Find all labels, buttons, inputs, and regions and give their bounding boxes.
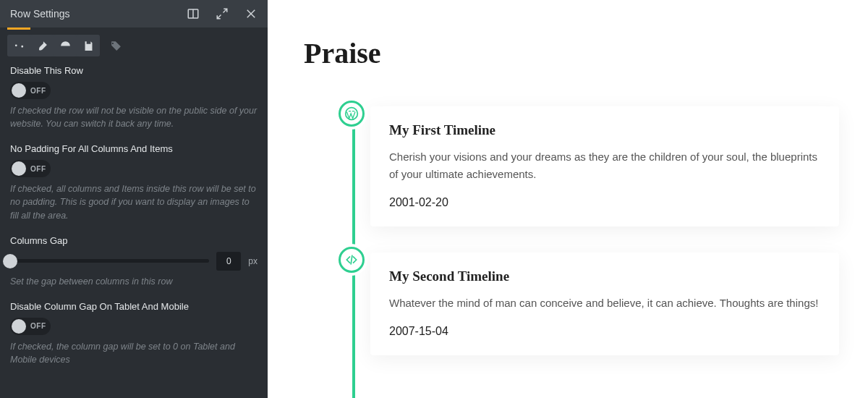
sliders-icon xyxy=(13,40,25,52)
tag-icon xyxy=(110,40,122,52)
code-icon xyxy=(344,253,359,267)
toggle-knob xyxy=(12,319,26,334)
setting-help: If checked, the column gap will be set t… xyxy=(10,340,258,366)
setting-label: Columns Gap xyxy=(10,235,258,246)
toggle-state: OFF xyxy=(30,322,46,330)
expand-icon[interactable] xyxy=(216,7,229,20)
save-tab[interactable] xyxy=(77,35,100,56)
columns-gap-unit: px xyxy=(248,256,258,266)
timeline-title: My First Timeline xyxy=(389,122,820,138)
timeline-date: 2001-02-20 xyxy=(389,196,820,209)
page-preview: Praise My First Timeline Cherish your vi… xyxy=(268,0,868,398)
timeline-desc: Cherish your visions and your dreams as … xyxy=(389,148,820,183)
row-settings-panel: Row Settings xyxy=(0,0,268,398)
toggle-knob xyxy=(12,161,26,176)
columns-layout-icon[interactable] xyxy=(187,7,200,20)
toggle-state: OFF xyxy=(30,87,46,95)
timeline-date: 2007-15-04 xyxy=(389,325,820,338)
toggle-no-padding[interactable]: OFF xyxy=(10,160,51,177)
setting-columns-gap: Columns Gap 0 px Set the gap between col… xyxy=(10,235,258,288)
setting-no-padding: No Padding For All Columns And Items OFF… xyxy=(10,143,258,221)
timeline-item: My First Timeline Cherish your visions a… xyxy=(370,106,839,226)
toggle-state: OFF xyxy=(30,165,46,173)
columns-gap-slider[interactable] xyxy=(10,259,209,263)
panel-body: Disable This Row OFF If checked the row … xyxy=(0,62,268,389)
panel-header: Row Settings xyxy=(0,0,268,27)
timeline-card: My Second Timeline Whatever the mind of … xyxy=(370,253,839,355)
brush-icon xyxy=(36,40,48,52)
setting-help: If checked, all columns and Items inside… xyxy=(10,182,258,221)
tag-tab[interactable] xyxy=(104,35,127,56)
timeline-title: My Second Timeline xyxy=(389,268,820,284)
toggle-knob xyxy=(12,83,26,98)
toggle-disable-row[interactable]: OFF xyxy=(10,82,51,99)
setting-label: Disable Column Gap On Tablet And Mobile xyxy=(10,301,258,312)
panel-title: Row Settings xyxy=(10,8,69,20)
advanced-tab[interactable] xyxy=(54,35,77,56)
save-icon xyxy=(82,40,95,52)
svg-line-2 xyxy=(224,9,227,12)
close-icon[interactable] xyxy=(244,7,258,20)
timeline-desc: Whatever the mind of man can conceive an… xyxy=(389,295,820,312)
slider-thumb[interactable] xyxy=(3,254,17,268)
setting-disable-gap-mobile: Disable Column Gap On Tablet And Mobile … xyxy=(10,301,258,366)
timeline: My First Timeline Cherish your visions a… xyxy=(304,106,839,355)
setting-label: No Padding For All Columns And Items xyxy=(10,143,258,154)
setting-help: If checked the row will not be visible o… xyxy=(10,104,258,130)
timeline-card: My First Timeline Cherish your visions a… xyxy=(370,106,839,226)
svg-line-3 xyxy=(217,15,221,19)
setting-label: Disable This Row xyxy=(10,65,258,76)
gauge-icon xyxy=(59,40,72,52)
timeline-item: My Second Timeline Whatever the mind of … xyxy=(370,253,839,355)
timeline-node xyxy=(339,247,365,273)
tab-group xyxy=(7,35,100,56)
page-title: Praise xyxy=(304,36,839,70)
wordpress-icon xyxy=(344,106,359,121)
style-tab[interactable] xyxy=(30,35,54,56)
toggle-disable-gap-mobile[interactable]: OFF xyxy=(10,318,51,335)
panel-header-actions xyxy=(187,7,258,20)
slider-row: 0 px xyxy=(10,252,258,271)
columns-gap-value[interactable]: 0 xyxy=(216,252,241,271)
setting-help: Set the gap between columns in this row xyxy=(10,275,258,288)
timeline-node xyxy=(339,101,365,127)
content-tab[interactable] xyxy=(7,35,30,56)
setting-disable-row: Disable This Row OFF If checked the row … xyxy=(10,65,258,130)
tab-bar xyxy=(0,27,268,62)
